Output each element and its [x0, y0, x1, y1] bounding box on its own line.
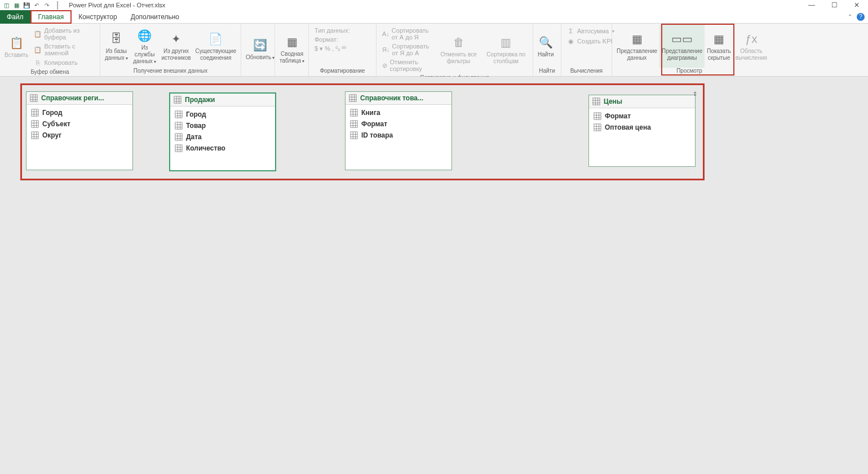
svg-rect-5 — [32, 109, 38, 116]
create-kpi-button[interactable]: ◉Создать KPI — [565, 36, 617, 46]
svg-rect-65 — [593, 98, 600, 105]
field-row[interactable]: Округ — [26, 130, 132, 141]
table-box[interactable]: Справочник това...КнигаФорматID товара — [345, 91, 452, 170]
table-header[interactable]: Продажи — [170, 94, 275, 107]
sort-az-button[interactable]: A↓Сортировать от А до Я — [380, 26, 435, 42]
column-icon — [175, 122, 183, 130]
field-name: ID товара — [361, 131, 393, 139]
pivot-table-button[interactable]: ▦Сводная таблица▾ — [277, 25, 307, 74]
sort-az-icon: A↓ — [382, 30, 389, 38]
column-icon — [31, 120, 39, 128]
field-row[interactable]: Товар — [170, 120, 275, 131]
svg-rect-75 — [594, 124, 601, 131]
from-service-button[interactable]: 🌐Из службы данных▾ — [130, 25, 160, 68]
from-other-button[interactable]: ✦Из других источников — [159, 25, 193, 68]
autosum-button[interactable]: ΣАвтосумма▾ — [565, 26, 617, 36]
refresh-button[interactable]: 🔄Обновить▾ — [243, 25, 277, 74]
field-name: Книга — [361, 109, 380, 117]
field-row[interactable]: Формат — [589, 110, 695, 122]
add-from-buffer-button[interactable]: 📋Добавить из буфера — [32, 26, 96, 42]
globe-icon: 🌐 — [137, 28, 153, 43]
svg-rect-50 — [351, 109, 357, 116]
field-row[interactable]: Дата — [170, 131, 275, 143]
svg-rect-35 — [175, 134, 182, 140]
close-button[interactable]: ✕ — [845, 0, 868, 10]
svg-rect-40 — [175, 145, 182, 152]
app-title: Power Pivot для Excel — [69, 2, 131, 8]
table-header[interactable]: Цены — [589, 95, 695, 108]
from-db-button[interactable]: 🗄Из базы данных▾ — [103, 25, 130, 68]
table-box[interactable]: ПродажиГородТоварДатаКоличество — [169, 92, 276, 171]
table-icon — [592, 98, 600, 105]
sort-col-icon: ▥ — [498, 34, 514, 50]
pivot-icon: ▦ — [284, 34, 300, 50]
svg-rect-70 — [594, 113, 601, 119]
field-name: Город — [186, 110, 206, 118]
sort-za-button[interactable]: Я↓Сортировать от Я до А — [380, 42, 435, 57]
column-icon — [31, 109, 39, 117]
minimize-button[interactable]: — — [800, 0, 823, 10]
existing-conn-button[interactable]: 📄Существующие соединения — [193, 25, 238, 68]
copy-button[interactable]: ⎘Копировать — [32, 57, 96, 68]
field-row[interactable]: ID товара — [346, 130, 451, 141]
undo-icon[interactable]: ↶ — [33, 1, 41, 9]
other-sources-icon: ✦ — [169, 31, 184, 47]
field-row[interactable]: Книга — [346, 107, 451, 118]
svg-rect-20 — [174, 96, 181, 103]
field-row[interactable]: Субъект — [26, 118, 132, 130]
tab-file[interactable]: Файл — [0, 10, 30, 24]
table-icon — [349, 94, 357, 102]
show-hidden-button[interactable]: ▦Показать скрытые — [705, 25, 733, 68]
field-name: Город — [42, 109, 63, 117]
table-box[interactable]: ЦеныФорматОптовая цена⇕ — [588, 95, 696, 167]
sigma-icon: Σ — [567, 27, 575, 35]
table-header[interactable]: Справочник реги... — [26, 92, 132, 105]
find-button[interactable]: 🔍Найти — [535, 25, 556, 68]
clipboard-replace-icon: 📋 — [34, 46, 42, 54]
field-row[interactable]: Город — [170, 109, 275, 120]
tab-design[interactable]: Конструктор — [72, 10, 123, 24]
field-name: Оптовая цена — [605, 123, 651, 131]
format-buttons[interactable]: $ ▾ % , ⁰₀ ⁰⁰ — [312, 44, 352, 54]
redo-icon[interactable]: ↷ — [43, 1, 51, 9]
group-label-formatting: Форматирование — [311, 68, 374, 75]
field-row[interactable]: Количество — [170, 143, 275, 154]
tab-advanced[interactable]: Дополнительно — [124, 10, 186, 24]
table-box[interactable]: Справочник реги...ГородСубъектОкруг — [26, 91, 133, 170]
column-icon — [350, 120, 358, 128]
clear-filters-button[interactable]: 🗑Отменить все фильтры — [436, 25, 482, 74]
excel-icon: ▦ — [12, 1, 20, 9]
save-icon[interactable]: 💾 — [23, 1, 30, 9]
format-label: Формат: — [312, 35, 352, 44]
data-view-button[interactable]: ▦Представление данных — [614, 25, 659, 68]
maximize-button[interactable]: ☐ — [823, 0, 845, 10]
sort-by-col-button[interactable]: ▥Сортировка по столбцам — [481, 25, 530, 74]
calc-area-button[interactable]: ƒxОбласть вычисления — [733, 25, 769, 68]
tab-home[interactable]: Главная — [30, 10, 72, 24]
svg-rect-45 — [349, 95, 356, 101]
paste-replace-button[interactable]: 📋Вставить с заменой — [32, 42, 96, 57]
table-name: Справочник това... — [360, 94, 423, 102]
paste-button[interactable]: 📋 Вставить — [2, 25, 30, 69]
resize-handle[interactable]: ⇕ — [693, 91, 697, 97]
table-header[interactable]: Справочник това... — [346, 92, 451, 105]
field-name: Округ — [42, 131, 61, 139]
field-row[interactable]: Оптовая цена — [589, 122, 695, 133]
binoculars-icon: 🔍 — [538, 34, 553, 50]
collapse-ribbon-icon[interactable]: ⌃ — [848, 14, 852, 20]
field-row[interactable]: Город — [26, 107, 132, 118]
diagram-view-button[interactable]: ▭▭Представление диаграммы — [659, 25, 705, 68]
show-hidden-icon: ▦ — [711, 31, 727, 47]
column-icon — [175, 110, 183, 118]
field-name: Формат — [605, 112, 631, 120]
group-label-view: Просмотр — [614, 68, 764, 75]
help-icon[interactable]: ? — [857, 13, 865, 21]
clear-sort-button[interactable]: ⊘Отменить сортировку — [380, 57, 435, 73]
field-name: Товар — [186, 122, 206, 130]
diagram-canvas[interactable]: Справочник реги...ГородСубъектОкругПрода… — [0, 77, 868, 474]
field-row[interactable]: Формат — [346, 118, 451, 130]
calc-area-icon: ƒx — [743, 31, 759, 47]
copy-icon: ⎘ — [34, 59, 42, 67]
clear-filter-icon: 🗑 — [451, 34, 467, 50]
file-name: Отчет.xlsx — [136, 2, 165, 8]
